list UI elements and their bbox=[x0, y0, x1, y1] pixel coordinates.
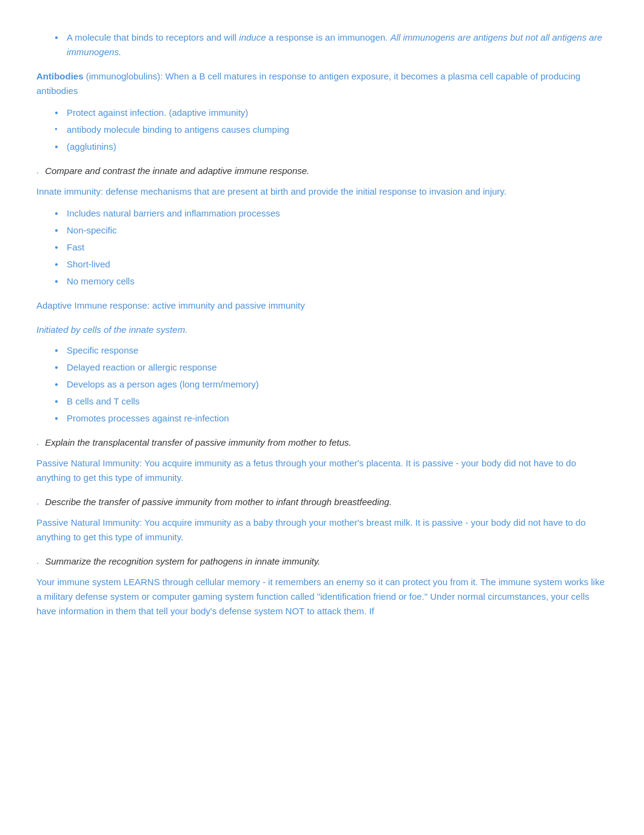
antibodies-paragraph: Antibodies (immunoglobulins): When a B c… bbox=[36, 69, 608, 98]
adaptive-bullet-4: B cells and T cells bbox=[55, 394, 608, 409]
innate-bullet-list: Includes natural barriers and inflammati… bbox=[36, 206, 608, 289]
initiated-section: Initiated by cells of the innate system.… bbox=[36, 323, 608, 426]
innate-section: Innate immunity: defense mechanisms that… bbox=[36, 184, 608, 289]
summarize-dot-text: Summarize the recognition system for pat… bbox=[45, 554, 320, 570]
describe-dot-point: · Describe the transfer of passive immun… bbox=[36, 495, 608, 511]
compare-dot-text: Compare and contrast the innate and adap… bbox=[45, 164, 309, 179]
innate-bullet-4: Short-lived bbox=[55, 257, 608, 272]
adaptive-bullet-3: Develops as a person ages (long term/mem… bbox=[55, 377, 608, 392]
summarize-dot-symbol: · bbox=[36, 555, 39, 570]
antibodies-section: Antibodies (immunoglobulins): When a B c… bbox=[36, 69, 608, 154]
immune-paragraph-section: Your immune system LEARNS through cellul… bbox=[36, 575, 608, 619]
explain-dot-symbol: · bbox=[36, 437, 39, 451]
compare-dot-symbol: · bbox=[36, 165, 39, 179]
innate-paragraph: Innate immunity: defense mechanisms that… bbox=[36, 184, 608, 199]
intro-text-part1: A molecule that binds to receptors and w… bbox=[67, 32, 239, 42]
intro-italic: induce bbox=[239, 32, 266, 42]
antibodies-bullet-2: antibody molecule binding to antigens ca… bbox=[55, 122, 608, 137]
passive-natural-1-section: Passive Natural Immunity: You acquire im… bbox=[36, 456, 608, 485]
adaptive-line: Adaptive Immune response: active immunit… bbox=[36, 298, 608, 313]
adaptive-bullet-5: Promotes processes against re-infection bbox=[55, 411, 608, 426]
immune-paragraph: Your immune system LEARNS through cellul… bbox=[36, 575, 608, 619]
summarize-dot-point: · Summarize the recognition system for p… bbox=[36, 554, 608, 570]
initiated-italic: Initiated by cells of the innate system. bbox=[36, 323, 608, 337]
adaptive-bullet-1: Specific response bbox=[55, 343, 608, 358]
passive-natural-1: Passive Natural Immunity: You acquire im… bbox=[36, 456, 608, 485]
antibodies-bullet-list: Protect against infection. (adaptive imm… bbox=[36, 106, 608, 154]
antibodies-bullet-1: Protect against infection. (adaptive imm… bbox=[55, 106, 608, 120]
innate-bullet-1: Includes natural barriers and inflammati… bbox=[55, 206, 608, 221]
explain-dot-text: Explain the transplacental transfer of p… bbox=[45, 435, 351, 451]
innate-bullet-2: Non-specific bbox=[55, 223, 608, 238]
antibodies-text: (immunoglobulins): When a B cell matures… bbox=[36, 71, 580, 96]
intro-bullet-section: A molecule that binds to receptors and w… bbox=[36, 30, 608, 59]
passive-natural-2-section: Passive Natural Immunity: You acquire im… bbox=[36, 515, 608, 545]
antibodies-bullet-3: (agglutinins) bbox=[55, 139, 608, 154]
innate-bullet-5: No memory cells bbox=[55, 274, 608, 289]
innate-bullet-3: Fast bbox=[55, 240, 608, 255]
intro-text-part2: a response is an immunogen. bbox=[266, 32, 391, 42]
explain-dot-point: · Explain the transplacental transfer of… bbox=[36, 435, 608, 451]
describe-dot-text: Describe the transfer of passive immunit… bbox=[45, 495, 392, 511]
passive-natural-2: Passive Natural Immunity: You acquire im… bbox=[36, 515, 608, 545]
adaptive-bullet-2: Delayed reaction or allergic response bbox=[55, 360, 608, 375]
compare-dot-point: · Compare and contrast the innate and ad… bbox=[36, 164, 608, 179]
adaptive-line-section: Adaptive Immune response: active immunit… bbox=[36, 298, 608, 313]
describe-dot-symbol: · bbox=[36, 496, 39, 511]
intro-bullet-item: A molecule that binds to receptors and w… bbox=[55, 30, 608, 59]
adaptive-bullet-list: Specific response Delayed reaction or al… bbox=[36, 343, 608, 426]
antibodies-label: Antibodies bbox=[36, 71, 84, 81]
